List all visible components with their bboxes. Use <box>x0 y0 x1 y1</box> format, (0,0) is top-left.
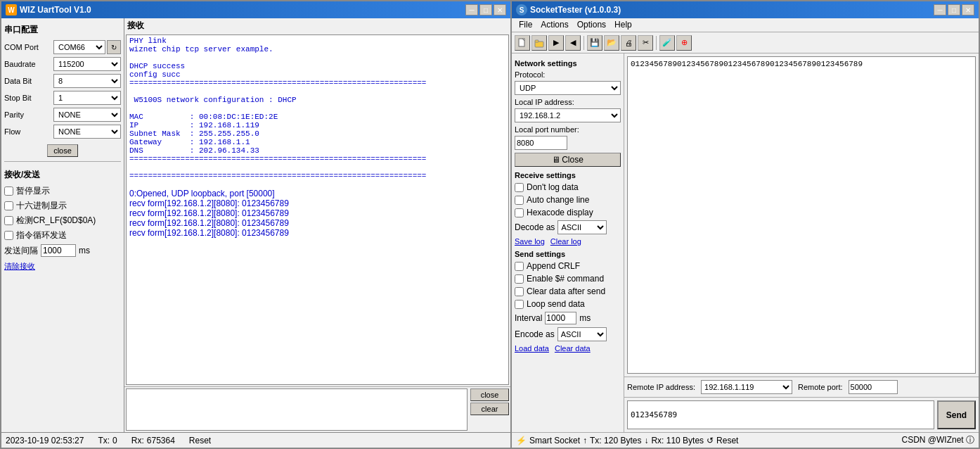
loop-send-data-row: Loop send data <box>515 299 621 309</box>
parity-row: Parity NONE <box>4 108 121 122</box>
toolbar-sep-2 <box>656 36 657 50</box>
tx-label: Tx: <box>98 436 110 445</box>
enable-cmd-checkbox[interactable] <box>515 274 524 284</box>
loop-send-data-checkbox[interactable] <box>515 300 524 309</box>
toolbar-btn-save[interactable]: 💾 <box>587 35 602 51</box>
rx-status: Rx: 675364 <box>131 436 175 445</box>
com-port-row: COM Port COM66 ↻ <box>4 40 121 54</box>
menu-actions[interactable]: Actions <box>536 19 572 31</box>
hexacode-display-row: Hexacode display <box>515 208 621 217</box>
send-input[interactable]: 0123456789 <box>627 400 934 429</box>
receive-send-title: 接收/发送 <box>4 169 121 181</box>
receive-display: 0123456789012345678901234567890123456789… <box>627 56 976 374</box>
parity-select[interactable]: NONE <box>53 108 121 122</box>
toolbar-btn-1[interactable] <box>515 35 530 51</box>
clear-log-btn[interactable]: Clear log <box>550 237 581 246</box>
socket-icon: S <box>516 4 527 15</box>
toolbar-btn-flask[interactable]: 🧪 <box>659 35 675 51</box>
load-data-btn[interactable]: Load data <box>515 344 549 353</box>
com-port-refresh-btn[interactable]: ↻ <box>107 40 121 54</box>
uart-minimize-btn[interactable]: ─ <box>465 4 478 15</box>
remote-ip-select[interactable]: 192.168.1.119 <box>701 380 792 394</box>
toolbar-btn-open[interactable]: 📂 <box>604 35 619 51</box>
rx-value: 675364 <box>147 436 175 445</box>
loop-send-checkbox[interactable] <box>4 231 13 240</box>
socket-minimize-btn[interactable]: ─ <box>934 4 946 15</box>
uart-close-btn[interactable]: ✕ <box>494 4 506 15</box>
csdn-label: CSDN @WIZnet ⓘ <box>901 434 974 446</box>
baudrate-select[interactable]: 115200 <box>53 57 121 71</box>
interval-settings-label: Interval <box>515 313 542 323</box>
stop-bit-select[interactable]: 1 <box>53 91 121 105</box>
toolbar-btn-life[interactable]: ⊕ <box>676 35 692 51</box>
socket-reset-icon: ↺ <box>707 436 714 445</box>
send-buttons: close clear <box>470 388 509 431</box>
uart-window: W WIZ UartTool V1.0 ─ □ ✕ 串口配置 COM Port … <box>0 0 512 449</box>
clear-after-send-checkbox[interactable] <box>515 287 524 296</box>
append-crlf-checkbox[interactable] <box>515 262 524 271</box>
local-ip-select[interactable]: 192.168.1.2 <box>515 108 621 122</box>
hex-display-checkbox[interactable] <box>4 201 13 210</box>
com-port-select[interactable]: COM66 <box>53 40 105 54</box>
socket-reset-label: Reset <box>716 436 738 445</box>
interval-input[interactable]: 1000 <box>41 244 76 257</box>
socket-title: S SocketTester (v1.0.0.3) <box>516 4 621 15</box>
parity-label: Parity <box>4 110 53 119</box>
menu-help[interactable]: Help <box>610 19 636 31</box>
protocol-label: Protocol: <box>515 70 621 79</box>
loop-send-label: 指令循环发送 <box>16 229 67 241</box>
serial-close-btn[interactable]: close <box>47 144 78 157</box>
protocol-select[interactable]: UDP <box>515 81 621 95</box>
decode-as-label: Decode as <box>515 222 555 232</box>
socket-maximize-btn[interactable]: □ <box>948 4 960 15</box>
menu-options[interactable]: Options <box>573 19 610 31</box>
socket-body: Network settings Protocol: UDP Local IP … <box>512 53 979 432</box>
menu-file[interactable]: File <box>515 19 536 31</box>
socket-menubar: File Actions Options Help <box>512 18 979 32</box>
toolbar-btn-3[interactable]: ▶ <box>548 35 564 51</box>
socket-send-btn[interactable]: Send <box>937 400 976 429</box>
reset-label: Reset <box>189 436 211 445</box>
auto-change-line-checkbox[interactable] <box>515 196 524 205</box>
receive-textarea: PHY link wiznet chip tcp server example.… <box>126 34 509 385</box>
data-bit-select[interactable]: 8 <box>53 74 121 88</box>
dont-log-checkbox[interactable] <box>515 183 524 192</box>
decode-as-row: Decode as ASCII <box>515 220 621 234</box>
toolbar-btn-4[interactable]: ◀ <box>565 35 581 51</box>
hexacode-display-checkbox[interactable] <box>515 208 524 217</box>
clear-data-btn[interactable]: Clear data <box>555 344 591 353</box>
baudrate-label: Baudrate <box>4 60 53 68</box>
send-textarea[interactable] <box>126 388 468 431</box>
socket-rx-label: Rx: 110 Bytes <box>651 436 704 445</box>
socket-titlebar-controls: ─ □ ✕ <box>934 4 974 15</box>
socket-close-btn[interactable]: 🖥 Close <box>515 153 621 167</box>
cr-lf-label: 检测CR_LF($0D$0A) <box>16 215 96 227</box>
toolbar-btn-print[interactable]: 🖨 <box>621 35 636 51</box>
log-links-row: Save log Clear log <box>515 237 621 246</box>
loop-send-row: 指令循环发送 <box>4 229 121 241</box>
save-log-btn[interactable]: Save log <box>515 237 545 246</box>
encode-as-select[interactable]: ASCII <box>557 327 607 341</box>
flow-label: Flow <box>4 127 53 136</box>
pause-display-row: 暂停显示 <box>4 185 121 197</box>
decode-as-select[interactable]: ASCII <box>557 220 607 234</box>
uart-clear-btn[interactable]: clear <box>470 403 509 415</box>
append-crlf-row: Append CRLF <box>515 261 621 271</box>
uart-content: 串口配置 COM Port COM66 ↻ Baudrate 115200 Da… <box>1 18 510 432</box>
flow-select[interactable]: NONE <box>53 125 121 139</box>
socket-close-btn[interactable]: ✕ <box>962 4 974 15</box>
send-interval-input[interactable]: 1000 <box>545 312 576 324</box>
enable-cmd-label: Enable $# command <box>527 274 604 284</box>
uart-left-panel: 串口配置 COM Port COM66 ↻ Baudrate 115200 Da… <box>1 18 124 432</box>
uart-send-btn[interactable]: close <box>470 388 509 401</box>
local-port-input[interactable]: 8080 <box>515 136 567 150</box>
toolbar-btn-2[interactable] <box>531 35 547 51</box>
pause-display-checkbox[interactable] <box>4 186 13 196</box>
toolbar-btn-cut[interactable]: ✂ <box>638 35 653 51</box>
uart-maximize-btn[interactable]: □ <box>479 4 492 15</box>
hex-display-row: 十六进制显示 <box>4 200 121 212</box>
remote-port-input[interactable]: 50000 <box>849 380 898 394</box>
rx-arrow-icon: ↓ <box>644 436 648 445</box>
clear-receive-btn[interactable]: 清除接收 <box>4 261 121 272</box>
cr-lf-checkbox[interactable] <box>4 216 13 225</box>
